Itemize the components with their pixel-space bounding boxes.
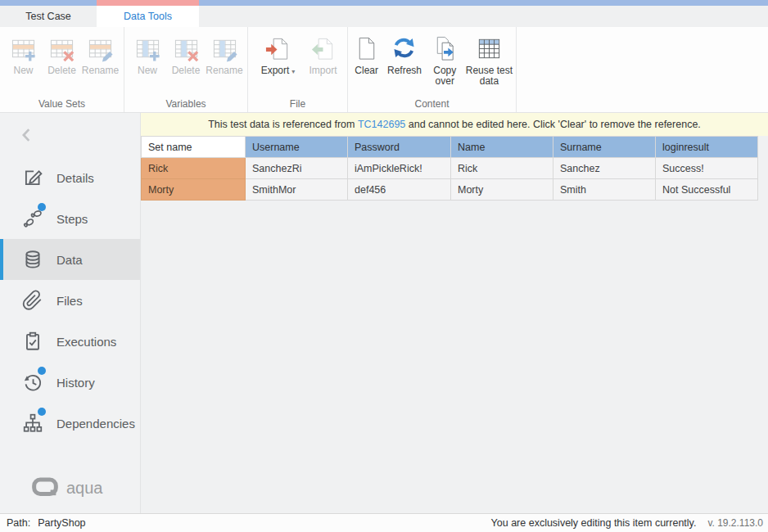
button-label: Delete bbox=[172, 65, 201, 76]
testcase-reference-link[interactable]: TC142695 bbox=[358, 119, 405, 130]
edit-icon bbox=[22, 167, 43, 188]
data-cell[interactable]: SmithMor bbox=[246, 179, 348, 201]
path-value: PartyShop bbox=[38, 517, 85, 529]
table-header-row: Set name Username Password Name Surname … bbox=[142, 137, 758, 158]
hierarchy-icon bbox=[22, 413, 43, 434]
ribbon-group-file: Export▾ Import File bbox=[248, 27, 348, 112]
table-column-rename-icon bbox=[211, 34, 238, 63]
dropdown-caret-icon: ▾ bbox=[291, 68, 295, 75]
aqua-logo-text: aqua bbox=[66, 479, 103, 498]
aqua-logo-icon bbox=[29, 476, 61, 500]
footprints-icon bbox=[22, 208, 43, 229]
data-cell[interactable]: Not Successful bbox=[656, 179, 758, 201]
sidebar-item-details[interactable]: Details bbox=[0, 157, 140, 198]
set-name-cell[interactable]: Rick bbox=[142, 158, 246, 179]
version-label: v. 19.2.113.0 bbox=[707, 517, 763, 529]
test-data-table: Set name Username Password Name Surname … bbox=[141, 136, 758, 201]
tab-test-case[interactable]: Test Case bbox=[0, 6, 97, 27]
group-title: Value Sets bbox=[0, 98, 124, 110]
group-title: Variables bbox=[124, 98, 247, 110]
column-header-name[interactable]: Name bbox=[451, 137, 553, 158]
import-file-icon bbox=[309, 34, 337, 63]
ribbon-group-value-sets: New Delete Rename Value Sets bbox=[0, 27, 124, 112]
group-title: File bbox=[248, 98, 347, 110]
button-label: Reuse test data bbox=[464, 65, 514, 87]
sidebar-item-label: Files bbox=[56, 294, 83, 308]
data-cell[interactable]: Rick bbox=[451, 158, 553, 179]
sidebar-item-files[interactable]: Files bbox=[0, 280, 140, 321]
history-icon bbox=[22, 372, 43, 393]
variables-rename-button[interactable]: Rename bbox=[206, 33, 244, 76]
clear-button[interactable]: Clear bbox=[350, 33, 383, 76]
variables-delete-button[interactable]: Delete bbox=[167, 33, 206, 76]
column-header-loginresult[interactable]: loginresult bbox=[656, 137, 758, 158]
column-header-password[interactable]: Password bbox=[348, 137, 451, 158]
database-icon bbox=[22, 249, 43, 270]
sidebar-item-steps[interactable]: Steps bbox=[0, 198, 140, 239]
top-accent-strip bbox=[0, 0, 768, 6]
button-label: New bbox=[13, 65, 33, 76]
data-cell[interactable]: Morty bbox=[451, 179, 553, 201]
copy-over-button[interactable]: Copy over bbox=[426, 33, 464, 87]
ribbon-group-variables: New Delete Rename Variables bbox=[124, 27, 248, 112]
import-button[interactable]: Import bbox=[304, 33, 343, 76]
status-bar: Path: PartyShop You are exclusively edit… bbox=[0, 513, 768, 532]
data-cell[interactable]: Smith bbox=[553, 179, 656, 201]
refresh-button[interactable]: Refresh bbox=[383, 33, 425, 76]
notification-dot bbox=[38, 367, 46, 375]
button-label: Delete bbox=[47, 65, 76, 76]
accent-strip-blue bbox=[0, 0, 97, 6]
data-cell[interactable]: Success! bbox=[656, 158, 758, 179]
sidebar-item-data[interactable]: Data bbox=[0, 239, 140, 280]
button-label: Refresh bbox=[387, 65, 422, 76]
sidebar-item-label: Data bbox=[56, 253, 83, 267]
column-header-set-name[interactable]: Set name bbox=[142, 137, 246, 158]
clipboard-check-icon bbox=[22, 331, 43, 352]
table-column-add-icon bbox=[134, 34, 161, 63]
data-cell[interactable]: def456 bbox=[348, 179, 451, 201]
table-row: Rick SanchezRi iAmPickleRick! Rick Sanch… bbox=[142, 158, 758, 179]
data-cell[interactable]: SanchezRi bbox=[246, 158, 348, 179]
accent-strip-blue bbox=[199, 0, 768, 6]
app-window: Test Case Data Tools New Delete Re bbox=[0, 0, 768, 532]
set-name-cell[interactable]: Morty bbox=[142, 179, 246, 201]
ribbon-toolbar: New Delete Rename Value Sets N bbox=[0, 27, 768, 113]
column-header-surname[interactable]: Surname bbox=[553, 137, 656, 158]
notification-dot bbox=[38, 203, 46, 211]
copy-pages-icon bbox=[431, 34, 459, 63]
editing-status-message: You are exclusively editing this item cu… bbox=[491, 517, 697, 529]
main-panel: This test data is referenced from TC1426… bbox=[141, 113, 768, 513]
column-header-username[interactable]: Username bbox=[246, 137, 348, 158]
button-label: Export▾ bbox=[261, 65, 296, 77]
button-label: Rename bbox=[206, 65, 242, 76]
path-label: Path: bbox=[7, 517, 30, 529]
button-label: Copy over bbox=[426, 65, 464, 87]
refresh-icon bbox=[391, 34, 418, 63]
button-label: Import bbox=[309, 65, 337, 76]
table-row-delete-icon bbox=[48, 34, 75, 63]
sidebar-item-history[interactable]: History bbox=[0, 362, 140, 403]
table-column-delete-icon bbox=[173, 34, 200, 63]
valuesets-delete-button[interactable]: Delete bbox=[43, 33, 81, 76]
valuesets-rename-button[interactable]: Rename bbox=[81, 33, 120, 76]
reuse-test-data-button[interactable]: Reuse test data bbox=[464, 33, 514, 87]
table-row: Morty SmithMor def456 Morty Smith Not Su… bbox=[142, 179, 758, 201]
variables-new-button[interactable]: New bbox=[129, 33, 167, 76]
table-row-add-icon bbox=[10, 34, 37, 63]
valuesets-new-button[interactable]: New bbox=[4, 33, 43, 76]
aqua-logo: aqua bbox=[29, 476, 103, 500]
notification-dot bbox=[38, 408, 46, 416]
sidebar-item-dependencies[interactable]: Dependencies bbox=[0, 403, 140, 444]
sidebar-item-executions[interactable]: Executions bbox=[0, 321, 140, 362]
data-cell[interactable]: Sanchez bbox=[553, 158, 656, 179]
sidebar-item-label: Details bbox=[56, 171, 94, 185]
table-reuse-icon bbox=[476, 34, 503, 63]
export-button[interactable]: Export▾ bbox=[253, 33, 304, 77]
sidebar-item-label: Executions bbox=[56, 335, 116, 349]
sidebar-item-label: History bbox=[56, 376, 95, 390]
notice-text: and cannot be edited here. Click 'Clear'… bbox=[405, 119, 701, 130]
tab-data-tools[interactable]: Data Tools bbox=[97, 6, 199, 27]
back-chevron-icon[interactable] bbox=[18, 126, 36, 144]
data-cell[interactable]: iAmPickleRick! bbox=[348, 158, 451, 179]
table-row-rename-icon bbox=[87, 34, 114, 63]
